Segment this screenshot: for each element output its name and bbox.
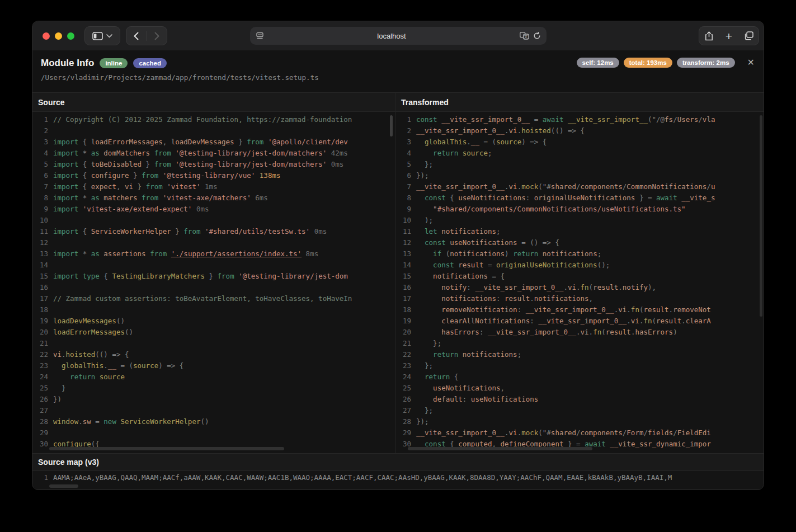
tabs-icon [744, 31, 753, 40]
timing-badges: self: 12ms total: 193ms transform: 2ms ✕ [577, 58, 755, 68]
forward-icon [154, 32, 159, 40]
self-time-badge: self: 12ms [577, 58, 619, 68]
code-line: 4import * as domMatchers from '@testing-… [32, 148, 395, 159]
zoom-window-button[interactable] [67, 32, 74, 40]
code-line: 16 notify: __vite_ssr_import_0__.vi.fn(r… [395, 282, 764, 293]
sourcemap-title: Source map (v3) [32, 454, 764, 471]
code-line: 20 hasErrors: __vite_ssr_import_0__.vi.f… [395, 327, 764, 338]
sidebar-icon [92, 32, 103, 40]
code-line: 2__vite_ssr_import_0__.vi.hoisted(() => … [395, 125, 764, 136]
code-line: 6import { configure } from '@testing-lib… [32, 170, 395, 181]
sidebar-toggle-button[interactable] [84, 26, 120, 45]
code-line: 21 }; [395, 338, 764, 349]
chevron-down-icon [106, 34, 112, 38]
source-vertical-scrollbar[interactable] [390, 115, 393, 136]
sourcemap-mapping: AAMA;AAeA,yBAAG,QAAQ,MAAM;AACf,aAAW,KAAK… [53, 472, 672, 483]
code-line: 29 [32, 427, 395, 439]
code-line: 19 clearAllNotifications: __vite_ssr_imp… [395, 316, 764, 327]
source-code: 1// Copyright (C) 2012-2025 Zammad Found… [32, 112, 395, 450]
code-line: 9 "#shared/components/CommonNotification… [395, 204, 764, 215]
transformed-panel-title: Transformed [395, 93, 764, 112]
code-line: 7__vite_ssr_import_0__.vi.mock("#shared/… [395, 181, 764, 192]
sourcemap-section: Source map (v3) 1 AAMA;AAeA,yBAAG,QAAQ,M… [32, 453, 764, 489]
forward-button[interactable] [147, 27, 167, 45]
code-line: 12 [32, 237, 395, 248]
code-line: 10 [32, 215, 395, 226]
total-time-badge: total: 193ms [624, 58, 672, 68]
code-line: 4 return source; [395, 148, 764, 159]
close-module-info-button[interactable]: ✕ [747, 58, 755, 67]
close-window-button[interactable] [43, 32, 50, 40]
svg-text:文: 文 [524, 34, 527, 39]
sourcemap-line: 1 AAMA;AAeA,yBAAG,QAAQ,MAAM;AACf,aAAW,KA… [32, 472, 764, 483]
code-line: 24 return { [395, 371, 764, 383]
navigation-buttons [126, 26, 167, 45]
traffic-lights [43, 32, 74, 40]
code-line: 22 return notifications; [395, 349, 764, 360]
tab-overview-button[interactable] [739, 27, 759, 45]
code-line: 28window.sw = new ServiceWorkerHelper() [32, 416, 395, 427]
code-line: 27 [32, 405, 395, 416]
code-line: 8import * as matchers from 'vitest-axe/m… [32, 192, 395, 204]
code-line: 16 [32, 282, 395, 293]
code-line: 14 const result = originalUseNotificatio… [395, 260, 764, 271]
code-line: 6}); [395, 170, 764, 181]
code-line: 15 notifications = { [395, 271, 764, 282]
code-line: 10 ); [395, 215, 764, 226]
code-line: 17// Zammad custom assertions: toBeAvata… [32, 293, 395, 304]
back-button[interactable] [126, 27, 147, 45]
code-line: 12 const useNotifications = () => { [395, 237, 764, 248]
code-line: 18 removeNotification: __vite_ssr_import… [395, 304, 764, 316]
cached-badge: cached [133, 58, 167, 68]
transformed-vertical-scrollbar[interactable] [760, 115, 762, 317]
transform-time-badge: transform: 2ms [677, 58, 735, 68]
code-line: 27 }; [395, 405, 764, 416]
code-line: 11import { ServiceWorkerHelper } from '#… [32, 226, 395, 237]
code-line: 29__vite_ssr_import_0__.vi.mock("#shared… [395, 427, 764, 439]
code-line: 8 const { useNotifications: originalUseN… [395, 192, 764, 204]
address-bar[interactable]: localhost 文 [250, 27, 547, 45]
source-panel-title: Source [32, 93, 395, 112]
code-line: 1// Copyright (C) 2012-2025 Zammad Found… [32, 114, 395, 125]
transformed-panel: Transformed 1const __vite_ssr_import_0__… [395, 93, 764, 453]
code-line: 17 notifications: result.notifications, [395, 293, 764, 304]
code-line: 7import { expect, vi } from 'vitest' 1ms [32, 181, 395, 192]
new-tab-button[interactable]: + [719, 27, 738, 45]
code-line: 20loadErrorMessages() [32, 327, 395, 338]
code-line: 25 } [32, 383, 395, 394]
share-button[interactable] [699, 27, 719, 45]
code-line: 28}); [395, 416, 764, 427]
code-line: 1const __vite_ssr_import_0__ = await __v… [395, 114, 764, 125]
code-line: 23 }; [395, 360, 764, 371]
minimize-window-button[interactable] [55, 32, 62, 40]
url-text: localhost [264, 32, 520, 40]
page-title: Module Info [41, 58, 94, 69]
sourcemap-horizontal-scrollbar[interactable] [49, 484, 78, 488]
code-line: 3 globalThis.__ = (source) => { [395, 136, 764, 148]
transformed-horizontal-scrollbar[interactable] [408, 447, 592, 450]
reload-icon[interactable] [533, 32, 541, 40]
plus-icon: + [726, 30, 732, 42]
module-info-header: Module Info inline cached /Users/vladimi… [32, 50, 764, 93]
code-line: 19loadDevMessages() [32, 316, 395, 327]
code-line: 2 [32, 125, 395, 136]
code-line: 24 return source [32, 371, 395, 383]
translate-icon[interactable]: 文 [520, 32, 529, 40]
code-line: 15import type { TestingLibraryMatchers }… [32, 271, 395, 282]
code-line: 18 [32, 304, 395, 316]
code-line: 11 let notifications; [395, 226, 764, 237]
code-line: 26}) [32, 394, 395, 405]
source-horizontal-scrollbar[interactable] [49, 447, 284, 450]
code-line: 22vi.hoisted(() => { [32, 349, 395, 360]
code-line: 5 }; [395, 159, 764, 170]
toolbar-right-buttons: + [699, 26, 759, 45]
code-line: 5import { toBeDisabled } from '@testing-… [32, 159, 395, 170]
code-line: 25 useNotifications, [395, 383, 764, 394]
sourcemap-line-number: 1 [32, 472, 48, 483]
code-line: 13import * as assertions from './support… [32, 248, 395, 260]
inline-badge: inline [100, 58, 128, 68]
code-line: 3import { loadErrorMessages, loadDevMess… [32, 136, 395, 148]
code-line: 9import 'vitest-axe/extend-expect' 0ms [32, 204, 395, 215]
source-panel: Source 1// Copyright (C) 2012-2025 Zamma… [32, 93, 395, 453]
code-line: 13 if (notifications) return notificatio… [395, 248, 764, 260]
